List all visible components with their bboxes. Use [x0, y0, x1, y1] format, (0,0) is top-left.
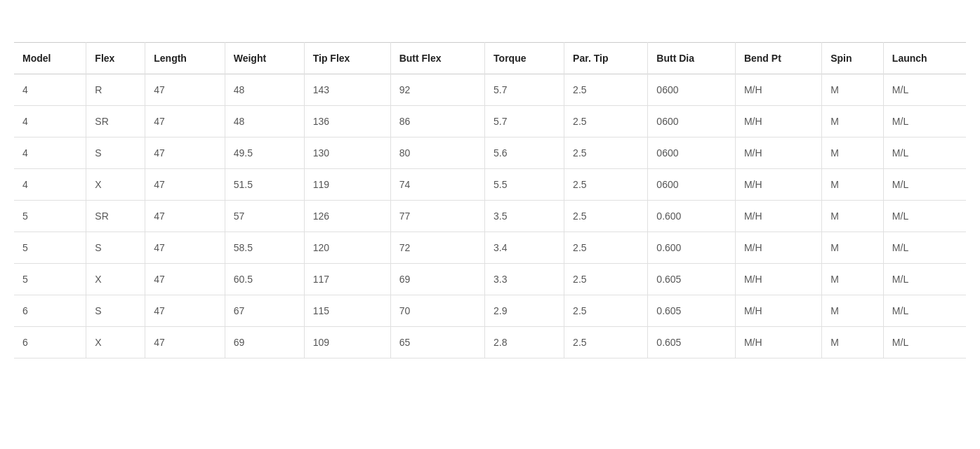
cell-3-model: 4	[14, 169, 86, 201]
cell-2-tip_flex: 130	[304, 138, 390, 169]
cell-0-weight: 48	[225, 74, 304, 106]
cell-7-butt_dia: 0.605	[648, 295, 736, 327]
cell-1-spin: M	[822, 106, 884, 138]
cell-2-length: 47	[145, 138, 225, 169]
cell-6-par_tip: 2.5	[564, 264, 648, 295]
cell-0-butt_flex: 92	[390, 74, 484, 106]
col-header-butt-dia: Butt Dia	[648, 43, 736, 74]
table-row: 6S4767115702.92.50.605M/HMM/L	[14, 295, 966, 327]
cell-0-model: 4	[14, 74, 86, 106]
cell-4-butt_dia: 0.600	[648, 201, 736, 232]
table-row: 5X4760.5117693.32.50.605M/HMM/L	[14, 264, 966, 295]
cell-2-bend_pt: M/H	[735, 138, 821, 169]
cell-4-launch: M/L	[883, 201, 966, 232]
cell-4-butt_flex: 77	[390, 201, 484, 232]
col-header-model: Model	[14, 43, 86, 74]
cell-8-spin: M	[822, 327, 884, 358]
cell-6-launch: M/L	[883, 264, 966, 295]
cell-7-model: 6	[14, 295, 86, 327]
cell-1-flex: SR	[86, 106, 145, 138]
cell-3-torque: 5.5	[485, 169, 564, 201]
cell-2-launch: M/L	[883, 138, 966, 169]
col-header-par-tip: Par. Tip	[564, 43, 648, 74]
table-row: 5S4758.5120723.42.50.600M/HMM/L	[14, 232, 966, 264]
cell-1-bend_pt: M/H	[735, 106, 821, 138]
cell-2-butt_flex: 80	[390, 138, 484, 169]
cell-6-length: 47	[145, 264, 225, 295]
cell-3-butt_flex: 74	[390, 169, 484, 201]
col-header-flex: Flex	[86, 43, 145, 74]
cell-0-par_tip: 2.5	[564, 74, 648, 106]
cell-8-tip_flex: 109	[304, 327, 390, 358]
cell-7-bend_pt: M/H	[735, 295, 821, 327]
cell-7-torque: 2.9	[485, 295, 564, 327]
col-header-length: Length	[145, 43, 225, 74]
cell-2-butt_dia: 0600	[648, 138, 736, 169]
cell-2-flex: S	[86, 138, 145, 169]
cell-8-length: 47	[145, 327, 225, 358]
cell-0-bend_pt: M/H	[735, 74, 821, 106]
cell-5-butt_flex: 72	[390, 232, 484, 264]
cell-8-bend_pt: M/H	[735, 327, 821, 358]
cell-6-spin: M	[822, 264, 884, 295]
table-row: 4S4749.5130805.62.50600M/HMM/L	[14, 138, 966, 169]
cell-2-weight: 49.5	[225, 138, 304, 169]
table-row: 4SR4748136865.72.50600M/HMM/L	[14, 106, 966, 138]
cell-2-spin: M	[822, 138, 884, 169]
cell-7-butt_flex: 70	[390, 295, 484, 327]
cell-4-length: 47	[145, 201, 225, 232]
cell-2-model: 4	[14, 138, 86, 169]
cell-1-par_tip: 2.5	[564, 106, 648, 138]
col-header-launch: Launch	[883, 43, 966, 74]
cell-8-weight: 69	[225, 327, 304, 358]
table-row: 4R4748143925.72.50600M/HMM/L	[14, 74, 966, 106]
cell-6-butt_flex: 69	[390, 264, 484, 295]
cell-0-torque: 5.7	[485, 74, 564, 106]
cell-3-tip_flex: 119	[304, 169, 390, 201]
cell-1-model: 4	[14, 106, 86, 138]
cell-7-launch: M/L	[883, 295, 966, 327]
cell-5-spin: M	[822, 232, 884, 264]
cell-4-tip_flex: 126	[304, 201, 390, 232]
cell-6-bend_pt: M/H	[735, 264, 821, 295]
cell-0-length: 47	[145, 74, 225, 106]
cell-5-launch: M/L	[883, 232, 966, 264]
table-header-row: Model Flex Length Weight Tip Flex Butt F…	[14, 43, 966, 74]
cell-3-par_tip: 2.5	[564, 169, 648, 201]
specs-table: Model Flex Length Weight Tip Flex Butt F…	[14, 42, 966, 358]
cell-1-butt_flex: 86	[390, 106, 484, 138]
cell-7-length: 47	[145, 295, 225, 327]
cell-5-butt_dia: 0.600	[648, 232, 736, 264]
cell-5-par_tip: 2.5	[564, 232, 648, 264]
specs-table-wrapper: Model Flex Length Weight Tip Flex Butt F…	[14, 42, 966, 358]
cell-3-spin: M	[822, 169, 884, 201]
cell-1-butt_dia: 0600	[648, 106, 736, 138]
cell-5-torque: 3.4	[485, 232, 564, 264]
table-row: 5SR4757126773.52.50.600M/HMM/L	[14, 201, 966, 232]
cell-5-bend_pt: M/H	[735, 232, 821, 264]
cell-5-length: 47	[145, 232, 225, 264]
table-row: 6X4769109652.82.50.605M/HMM/L	[14, 327, 966, 358]
cell-6-torque: 3.3	[485, 264, 564, 295]
cell-5-flex: S	[86, 232, 145, 264]
cell-2-torque: 5.6	[485, 138, 564, 169]
table-body: 4R4748143925.72.50600M/HMM/L4SR474813686…	[14, 74, 966, 358]
cell-3-bend_pt: M/H	[735, 169, 821, 201]
cell-1-launch: M/L	[883, 106, 966, 138]
cell-2-par_tip: 2.5	[564, 138, 648, 169]
cell-4-weight: 57	[225, 201, 304, 232]
cell-1-weight: 48	[225, 106, 304, 138]
cell-1-tip_flex: 136	[304, 106, 390, 138]
cell-8-butt_dia: 0.605	[648, 327, 736, 358]
cell-4-flex: SR	[86, 201, 145, 232]
cell-4-bend_pt: M/H	[735, 201, 821, 232]
cell-5-weight: 58.5	[225, 232, 304, 264]
col-header-bend-pt: Bend Pt	[735, 43, 821, 74]
cell-0-butt_dia: 0600	[648, 74, 736, 106]
cell-3-weight: 51.5	[225, 169, 304, 201]
cell-3-launch: M/L	[883, 169, 966, 201]
cell-0-flex: R	[86, 74, 145, 106]
cell-6-butt_dia: 0.605	[648, 264, 736, 295]
cell-8-par_tip: 2.5	[564, 327, 648, 358]
col-header-spin: Spin	[822, 43, 884, 74]
